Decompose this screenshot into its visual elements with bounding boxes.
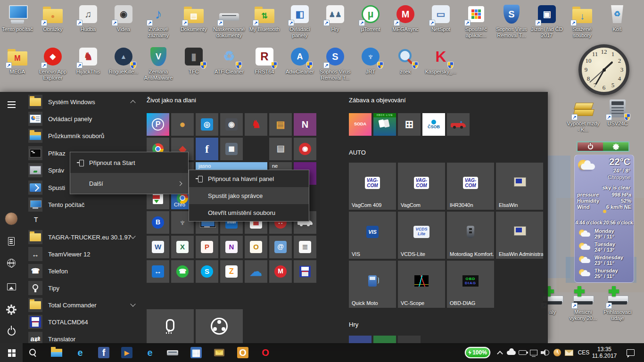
desktop-icon-tfc[interactable]: ▮TFC bbox=[176, 45, 211, 75]
tile-ihr3040n[interactable]: VAG- COMIHR3040n bbox=[447, 163, 494, 210]
tile-game-tile-2[interactable] bbox=[373, 336, 396, 343]
tile-voice-recorder[interactable] bbox=[147, 309, 194, 343]
start-app-translator[interactable]: a⇄Translator bbox=[23, 330, 142, 343]
tray-onedrive-button[interactable] bbox=[505, 343, 517, 362]
taskbar-file-explorer-button[interactable] bbox=[46, 343, 67, 362]
desktop-icon-payroll-calc[interactable]: ↗Výpočet mzdy - K... bbox=[566, 97, 601, 133]
tile-outlook-2007[interactable]: O bbox=[245, 236, 267, 258]
start-app-total-commander[interactable]: Total Commander bbox=[23, 296, 142, 313]
tile-totalcmd[interactable] bbox=[294, 260, 316, 283]
tile-onenote-2007[interactable]: N bbox=[220, 236, 243, 258]
menu-item-dal-[interactable]: Další bbox=[70, 173, 188, 194]
tray-chevron-up-button[interactable] bbox=[494, 343, 505, 362]
app-list-section-header[interactable]: T bbox=[23, 211, 142, 228]
taskbar-calculator-button[interactable]: ▦ bbox=[186, 343, 206, 362]
desktop-icon-adwcleaner[interactable]: AAdwCleaner bbox=[282, 45, 317, 75]
start-app-syst-m-windows[interactable]: Systém Windows bbox=[23, 93, 142, 110]
tray-mail-notifier-button[interactable] bbox=[563, 343, 575, 362]
start-app-totalcmd64[interactable]: TOTALCMD64 bbox=[23, 313, 142, 330]
start-app-tipy[interactable]: Tipy bbox=[23, 280, 142, 296]
rail-hamburger-menu-button[interactable] bbox=[0, 95, 23, 114]
tile-picsart[interactable]: P bbox=[147, 113, 169, 136]
gadget-refresh-button[interactable] bbox=[603, 142, 628, 151]
battery-tray-icon[interactable]: 100% bbox=[465, 347, 490, 358]
menu-item-p-ipnout-na-hlavn-panel[interactable]: Připnout na hlavní panel bbox=[189, 170, 309, 187]
taskbar-outlook-button[interactable]: O bbox=[232, 343, 253, 362]
tile-paint[interactable]: ● bbox=[171, 113, 194, 136]
desktop-icon-downloads-folder[interactable]: ↓↗Stažené soubory bbox=[565, 3, 600, 39]
desktop-icon-app-launcher[interactable]: ↗Spouštěč aplikac... bbox=[459, 3, 494, 39]
tile-quick-moto[interactable]: Quick Moto bbox=[349, 261, 396, 308]
tile-powerpoint[interactable]: P bbox=[196, 236, 218, 258]
rail-user-avatar-button[interactable] bbox=[0, 209, 23, 228]
desktop-icon-sound-recordings[interactable]: ♪↗Zvukové záznamy bbox=[141, 3, 176, 39]
language-indicator[interactable]: CES bbox=[575, 343, 592, 362]
desktop-icon-lenovo-app-explorer[interactable]: ◆↗Lenovo App Explorer bbox=[35, 45, 70, 81]
desktop-icon-usv24c[interactable]: ↗USV24C bbox=[600, 97, 635, 127]
tile-photoscape[interactable]: ◎ bbox=[196, 113, 218, 136]
desktop-icon-megasync[interactable]: M↗MEGAsync bbox=[388, 3, 423, 33]
desktop-icon-netspot[interactable]: ▭↗NetSpot bbox=[423, 3, 458, 33]
rail-web-button[interactable] bbox=[0, 254, 23, 272]
tile-word[interactable]: W bbox=[147, 236, 169, 258]
tray-sync-button[interactable] bbox=[552, 343, 563, 362]
tile-vis[interactable]: VISVIS bbox=[349, 212, 396, 259]
desktop-icon-scanned-documents[interactable]: ↗Naskenované dokumenty bbox=[212, 3, 247, 39]
tile-zoner[interactable]: Z bbox=[220, 260, 243, 283]
menu-item-spustit-jako-spr-vce[interactable]: Spustit jako správce bbox=[189, 187, 309, 204]
start-button[interactable] bbox=[0, 343, 23, 362]
tray-volume-button[interactable] bbox=[539, 343, 551, 362]
tray-power-plug-button[interactable] bbox=[517, 343, 528, 362]
chevron-down-icon[interactable] bbox=[130, 301, 135, 306]
tile-vcds-lite[interactable]: VCDS LiteVCDS-Lite bbox=[398, 212, 445, 259]
tile-obd-diag[interactable]: OBDDIAGOBD-DIAG bbox=[447, 261, 494, 308]
gadget-power-button[interactable] bbox=[578, 142, 603, 151]
taskbar-edge-button[interactable]: e bbox=[70, 343, 91, 362]
start-app-teamviewer-12[interactable]: ↔TeamViewer 12 bbox=[23, 246, 142, 263]
taskbar-mail-button[interactable] bbox=[209, 343, 230, 362]
tray-network-button[interactable] bbox=[528, 343, 539, 362]
taskbar-scanner-button[interactable] bbox=[162, 343, 183, 362]
desktop-icon-documents-folder[interactable]: ▤↗Dokumenty bbox=[176, 3, 211, 33]
start-app-tento-po-ta-[interactable]: Tento počítač bbox=[23, 196, 142, 213]
desktop-icon-games-folder[interactable]: ♟♟↗Hry bbox=[318, 3, 353, 33]
rail-documents-button[interactable] bbox=[0, 232, 23, 251]
desktop-icon-jrt[interactable]: ♆JRT bbox=[353, 45, 388, 75]
menu-item-p-ipnout-na-start[interactable]: Připnout na Start bbox=[70, 152, 188, 173]
tile-red-app[interactable]: ♞ bbox=[245, 113, 267, 136]
tile-candy-crush-soda[interactable]: SODA bbox=[349, 113, 372, 136]
clock-gadget[interactable]: 123456789101112 bbox=[578, 44, 629, 95]
start-app-telefon[interactable]: ☎Telefon bbox=[23, 263, 142, 280]
tile-group-header-life[interactable]: Život jako na dlani bbox=[147, 97, 196, 104]
taskbar-clock[interactable]: 13:35 11.6.2017 bbox=[591, 343, 618, 362]
tile-vc-scope[interactable]: VC-Scope bbox=[398, 261, 445, 308]
taskbar-facebook-button[interactable]: f bbox=[93, 343, 114, 362]
desktop-icon-control-panel[interactable]: ◧↗Ovládací panely bbox=[282, 3, 317, 39]
tile-autoskola[interactable] bbox=[447, 113, 470, 136]
desktop-icon-frst64[interactable]: RFRST64 bbox=[247, 45, 282, 75]
taskbar-search-button[interactable] bbox=[23, 343, 43, 362]
desktop-icon-atf-cleaner[interactable]: ♻ATF-Cleaner bbox=[212, 45, 247, 75]
desktop-icon-this-pc[interactable]: Tento počítač bbox=[0, 3, 35, 33]
chevron-up-icon[interactable] bbox=[130, 100, 135, 105]
tile-group-header-fun[interactable]: Zábava a objevování bbox=[349, 97, 406, 104]
desktop-icon-pictures-folder[interactable]: ●↗Obrázky bbox=[35, 3, 70, 33]
tile-onedrive[interactable]: ☁ bbox=[245, 260, 267, 283]
rail-power-button[interactable] bbox=[0, 322, 23, 341]
desktop-icon-mega-folder[interactable]: M↗MEGA bbox=[0, 45, 35, 75]
desktop-icon-train-timetable[interactable]: ▣↗Jízdní řád ČD 2017 bbox=[529, 3, 564, 39]
taskbar-opera-button[interactable]: O bbox=[255, 343, 276, 362]
tile-compass[interactable]: ◉ bbox=[294, 138, 316, 160]
tile-shareit[interactable] bbox=[196, 309, 243, 343]
tile-calculator[interactable]: ▦ bbox=[220, 138, 243, 160]
tile-csob[interactable]: ČSOB bbox=[422, 113, 445, 136]
desktop-icon-kaspersky[interactable]: KKaspersky_... bbox=[423, 45, 458, 75]
desktop-icon-hijackthis[interactable]: ♞↗HijackThis bbox=[71, 45, 106, 75]
tile-onenote[interactable]: N bbox=[294, 113, 316, 136]
tile-store[interactable]: ⊞ bbox=[398, 113, 421, 136]
desktop-icon-utorrent[interactable]: µ↗µTorrent bbox=[353, 3, 388, 33]
desktop-icon-sophos-shield[interactable]: SSophos Virus Removal T... bbox=[494, 3, 529, 39]
tile-mega[interactable]: M bbox=[269, 260, 292, 283]
desktop-icon-sophos-virus-removal[interactable]: S↗Sophos Virus Removal T... bbox=[318, 45, 353, 81]
start-app-ovl-dac-panely[interactable]: Ovládací panely bbox=[23, 110, 142, 127]
